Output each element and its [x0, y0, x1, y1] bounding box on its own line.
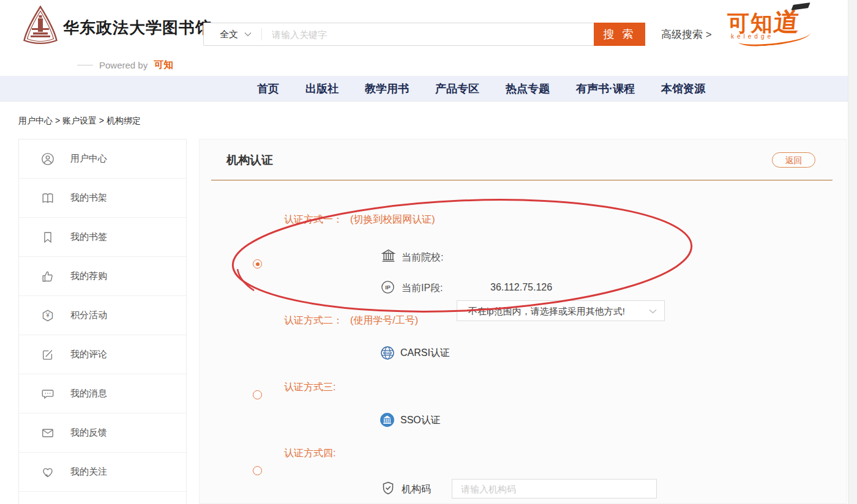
org-code-input[interactable]: [452, 479, 657, 498]
sso-icon: [380, 412, 395, 430]
main-nav: 首页 出版社 教学用书 产品专区 热点专题 有声书·课程 本馆资源: [0, 76, 857, 102]
sidebar-item-messages[interactable]: 我的消息: [19, 374, 186, 413]
sidebar-item-label: 我的关注: [70, 466, 107, 478]
current-school-value: 不在ip范围内，请选择或采用其他方式!: [468, 306, 625, 317]
sidebar-item-label: 积分活动: [70, 309, 107, 321]
powered-by-brand: 可知: [154, 59, 173, 72]
nav-item-library-resources[interactable]: 本馆资源: [661, 81, 705, 96]
sidebar-item-label: 我的书架: [70, 192, 107, 204]
institution-icon: [381, 248, 396, 266]
search-scope-dropdown[interactable]: 全文: [204, 29, 261, 40]
advanced-search-link[interactable]: 高级搜索 >: [661, 28, 712, 42]
auth-method-3-radio[interactable]: [253, 466, 262, 475]
title-divider: [211, 180, 833, 180]
current-ip-value: 36.112.75.126: [490, 282, 552, 293]
sidebar-item-recommendations[interactable]: 我的荐购: [19, 257, 186, 296]
edit-icon: [41, 348, 54, 361]
svg-text:IP: IP: [385, 284, 391, 291]
scrollbar[interactable]: [848, 0, 857, 504]
auth-method-1-label: 认证方式一：(切换到校园网认证): [284, 213, 435, 226]
nav-item-product-zone[interactable]: 产品专区: [435, 81, 479, 96]
carsi-auth-link[interactable]: CARSI认证: [400, 347, 450, 360]
page-title: 机构认证: [226, 152, 273, 168]
sidebar-item-bookshelf[interactable]: 我的书架: [19, 179, 186, 218]
search-scope-value: 全文: [220, 29, 238, 40]
chevron-down-icon: [649, 309, 657, 314]
university-name: 华东政法大学图书馆: [63, 17, 212, 39]
current-school-select[interactable]: 不在ip范围内，请选择或采用其他方式!: [457, 300, 665, 321]
search-button[interactable]: 搜 索: [594, 23, 645, 46]
nav-item-hot-topics[interactable]: 热点专题: [506, 81, 550, 96]
sidebar-item-label: 我的消息: [70, 388, 107, 399]
sidebar-item-points[interactable]: ¥ 积分活动: [19, 296, 186, 335]
ip-icon: IP: [381, 280, 395, 297]
breadcrumb: 用户中心 > 账户设置 > 机构绑定: [18, 116, 141, 127]
sidebar-item-label: 我的书签: [70, 231, 107, 243]
search-bar: 全文 搜 索: [203, 23, 645, 46]
bookmark-icon: [41, 231, 54, 244]
message-icon: [41, 387, 54, 401]
thumbs-up-icon: [41, 270, 54, 283]
svg-text:CARSI: CARSI: [384, 352, 391, 354]
sidebar-item-label: 我的评论: [70, 349, 107, 360]
auth-method-1-radio[interactable]: [253, 259, 262, 269]
auth-method-2-label: 认证方式二：(使用学号/工号): [284, 314, 418, 327]
current-ip-label: 当前IP段:: [402, 282, 443, 295]
auth-method-2-note: (使用学号/工号): [350, 315, 418, 325]
svg-text:¥: ¥: [45, 312, 50, 319]
book-open-icon: [41, 191, 54, 205]
powered-by-label: Powered by: [99, 60, 148, 70]
auth-method-3-label: 认证方式三:: [284, 381, 335, 394]
sidebar-item-feedback[interactable]: 我的反馈: [19, 413, 186, 453]
mail-icon: [41, 426, 54, 440]
auth-method-2-radio[interactable]: [253, 390, 262, 399]
dash-divider: [77, 65, 93, 65]
sidebar-item-user-center[interactable]: 用户中心: [19, 139, 186, 179]
sidebar-item-label: 用户中心: [70, 153, 107, 165]
carsi-icon: CARSI: [380, 346, 395, 363]
sidebar-item-bookmarks[interactable]: 我的书签: [19, 218, 186, 257]
chevron-down-icon: [244, 32, 252, 37]
org-code-label: 机构码: [402, 483, 431, 496]
sidebar-item-label: 我的荐购: [70, 270, 107, 282]
heart-icon: [41, 465, 54, 479]
points-hexagon-icon: ¥: [41, 309, 54, 322]
nav-item-publishers[interactable]: 出版社: [305, 81, 339, 96]
nav-item-home[interactable]: 首页: [257, 81, 279, 96]
nav-item-audiobooks-courses[interactable]: 有声书·课程: [576, 81, 635, 96]
shield-check-icon: [381, 481, 395, 498]
keledge-logo[interactable]: 可知道 keledge: [727, 5, 834, 50]
back-button[interactable]: 返回: [772, 152, 815, 168]
search-input[interactable]: [262, 29, 594, 40]
nav-item-teaching-books[interactable]: 教学用书: [365, 81, 409, 96]
sidebar-item-following[interactable]: 我的关注: [19, 453, 186, 492]
user-icon: [41, 152, 54, 166]
sso-auth-link[interactable]: SSO认证: [400, 414, 441, 427]
sidebar-item-label: 我的反馈: [70, 427, 107, 439]
powered-by: Powered by 可知: [77, 59, 173, 72]
auth-method-1-note: (切换到校园网认证): [350, 214, 435, 224]
sidebar: 用户中心 我的书架 我的书签 我的荐购 ¥ 积分活动 我的评论 我的消息 我的反: [18, 139, 187, 504]
sidebar-item-comments[interactable]: 我的评论: [19, 335, 186, 374]
university-logo-icon: [22, 5, 59, 48]
page: 华东政法大学图书馆 Powered by 可知 全文 搜 索 高级搜索 > 可知…: [0, 0, 857, 504]
current-school-label: 当前院校:: [402, 251, 443, 264]
auth-method-4-label: 认证方式四:: [284, 447, 335, 460]
keledge-logo-subtext: keledge: [731, 33, 774, 40]
